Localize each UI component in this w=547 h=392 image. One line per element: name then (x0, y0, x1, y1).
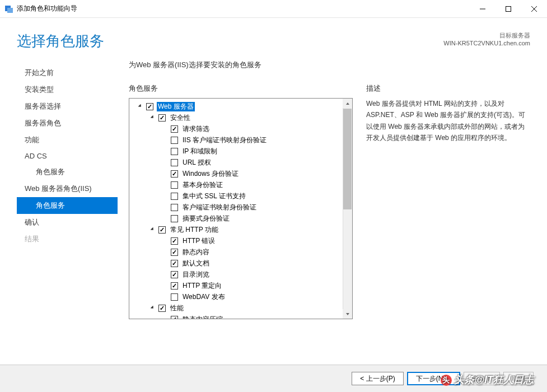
tree-item-label[interactable]: 静态内容压缩 (181, 315, 224, 320)
sidebar-item-7[interactable]: Web 服务器角色(IIS) (17, 180, 118, 197)
tree-item-label[interactable]: URL 授权 (181, 158, 212, 167)
checkbox[interactable] (171, 215, 178, 222)
checkbox[interactable] (171, 271, 178, 278)
tree-row[interactable]: HTTP 错误 (129, 235, 352, 246)
tree-item-label[interactable]: 目录浏览 (181, 270, 211, 279)
sidebar-item-2[interactable]: 服务器选择 (17, 98, 118, 115)
checkbox[interactable] (171, 170, 178, 178)
tree-row[interactable]: 性能 (129, 302, 352, 314)
tree-item-label[interactable]: 请求筛选 (181, 124, 211, 134)
checkbox[interactable] (171, 260, 178, 267)
checkbox[interactable] (171, 204, 178, 211)
tree-row[interactable]: 摘要式身份验证 (129, 213, 352, 224)
sidebar-item-3[interactable]: 服务器角色 (17, 115, 118, 132)
cancel-button: 取消 (503, 372, 534, 385)
checkbox[interactable] (171, 159, 178, 166)
tree-row[interactable]: Windows 身份验证 (129, 168, 352, 179)
expander-icon[interactable] (149, 226, 156, 233)
tree-row[interactable]: 请求筛选 (129, 123, 352, 134)
sidebar: 开始之前安装类型服务器选择服务器角色功能AD CS角色服务Web 服务器角色(I… (17, 60, 118, 319)
maximize-button[interactable] (495, 0, 521, 18)
sidebar-item-4[interactable]: 功能 (17, 132, 118, 148)
tree-row[interactable]: 默认文档 (129, 258, 352, 269)
scroll-down-icon[interactable] (343, 309, 352, 319)
window-controls (470, 0, 547, 18)
tree-item-label[interactable]: 默认文档 (181, 259, 211, 268)
tree-item-label[interactable]: HTTP 重定向 (181, 281, 223, 291)
tree-row[interactable]: IIS 客户端证书映射身份验证 (129, 134, 352, 146)
checkbox[interactable] (171, 237, 178, 245)
checkbox[interactable] (171, 181, 178, 189)
tree-row[interactable]: 常见 HTTP 功能 (129, 224, 352, 235)
tree-row[interactable]: WebDAV 发布 (129, 291, 352, 302)
tree-item-label[interactable]: WebDAV 发布 (181, 292, 226, 302)
tree-row[interactable]: 集中式 SSL 证书支持 (129, 190, 352, 202)
tree-row[interactable]: 安全性 (129, 112, 352, 123)
expander-icon[interactable] (137, 103, 144, 110)
checkbox[interactable] (158, 305, 166, 312)
tree-item-label[interactable]: 性能 (169, 304, 185, 313)
previous-button[interactable]: < 上一步(P) (352, 372, 403, 385)
expander-icon[interactable] (149, 114, 156, 121)
tree-item-label[interactable]: 静态内容 (181, 248, 211, 257)
tree-row[interactable]: 基本身份验证 (129, 179, 352, 190)
tree-item-label[interactable]: IP 和域限制 (181, 147, 218, 156)
checkbox[interactable] (171, 137, 178, 144)
app-icon (4, 4, 13, 13)
checkbox[interactable] (171, 249, 178, 256)
tree-item-label[interactable]: HTTP 错误 (181, 236, 216, 246)
close-button[interactable] (521, 0, 547, 18)
page-title: 选择角色服务 (17, 31, 104, 51)
checkbox[interactable] (146, 103, 153, 110)
tree-panel: 角色服务 Web 服务器安全性请求筛选IIS 客户端证书映射身份验证IP 和域限… (129, 83, 353, 319)
tree-item-label[interactable]: 客户端证书映射身份验证 (181, 203, 258, 212)
sidebar-item-0[interactable]: 开始之前 (17, 64, 118, 81)
checkbox[interactable] (171, 293, 178, 301)
tree-row[interactable]: 静态内容压缩 (129, 314, 352, 319)
checkbox[interactable] (171, 125, 178, 133)
tree-row[interactable]: 目录浏览 (129, 269, 352, 280)
minimize-button[interactable] (470, 0, 495, 18)
tree-item-label[interactable]: 摘要式身份验证 (181, 214, 231, 223)
checkbox[interactable] (171, 193, 178, 200)
tree-item-label[interactable]: Windows 身份验证 (181, 169, 240, 179)
sidebar-item-1[interactable]: 安装类型 (17, 81, 118, 98)
tree-item-label[interactable]: Web 服务器 (157, 102, 195, 111)
tree-item-label[interactable]: 集中式 SSL 证书支持 (181, 192, 247, 201)
tree-row[interactable]: 静态内容 (129, 246, 352, 258)
server-name: WIN-KR5TC2VNKU1.chen.com (443, 40, 530, 46)
content: 开始之前安装类型服务器选择服务器角色功能AD CS角色服务Web 服务器角色(I… (0, 60, 547, 319)
next-button[interactable]: 下一步(N) > (407, 372, 460, 385)
sidebar-item-10: 结果 (17, 231, 118, 248)
tree-row[interactable]: URL 授权 (129, 157, 352, 168)
checkbox[interactable] (158, 226, 166, 234)
scrollbar[interactable] (343, 99, 352, 319)
main-area: 为Web 服务器(IIS)选择要安装的角色服务 角色服务 Web 服务器安全性请… (129, 60, 530, 319)
tree-item-label[interactable]: IIS 客户端证书映射身份验证 (181, 136, 268, 145)
checkbox[interactable] (171, 282, 178, 290)
sidebar-item-6[interactable]: 角色服务 (17, 164, 118, 180)
tree-row[interactable]: Web 服务器 (129, 101, 352, 112)
titlebar: 添加角色和功能向导 (0, 0, 547, 18)
svg-rect-3 (506, 6, 511, 11)
tree-section-label: 角色服务 (129, 83, 353, 94)
sidebar-item-9[interactable]: 确认 (17, 214, 118, 231)
tree-row[interactable]: HTTP 重定向 (129, 280, 352, 291)
checkbox[interactable] (158, 114, 166, 122)
svg-rect-1 (7, 8, 13, 13)
header: 选择角色服务 目标服务器 WIN-KR5TC2VNKU1.chen.com (0, 18, 547, 60)
scroll-up-icon[interactable] (343, 99, 352, 108)
tree-row[interactable]: IP 和域限制 (129, 146, 352, 157)
tree-item-label[interactable]: 安全性 (169, 113, 191, 123)
sidebar-item-5[interactable]: AD CS (17, 148, 118, 164)
tree-row[interactable]: 客户端证书映射身份验证 (129, 202, 352, 213)
expander-icon[interactable] (149, 305, 156, 311)
tree-item-label[interactable]: 基本身份验证 (181, 180, 224, 190)
tree-item-label[interactable]: 常见 HTTP 功能 (169, 225, 219, 235)
checkbox[interactable] (171, 316, 178, 320)
instruction-text: 为Web 服务器(IIS)选择要安装的角色服务 (129, 60, 530, 70)
role-services-tree[interactable]: Web 服务器安全性请求筛选IIS 客户端证书映射身份验证IP 和域限制URL … (129, 98, 353, 319)
checkbox[interactable] (171, 148, 178, 155)
sidebar-item-8[interactable]: 角色服务 (17, 197, 118, 214)
scrollbar-thumb[interactable] (343, 109, 352, 209)
